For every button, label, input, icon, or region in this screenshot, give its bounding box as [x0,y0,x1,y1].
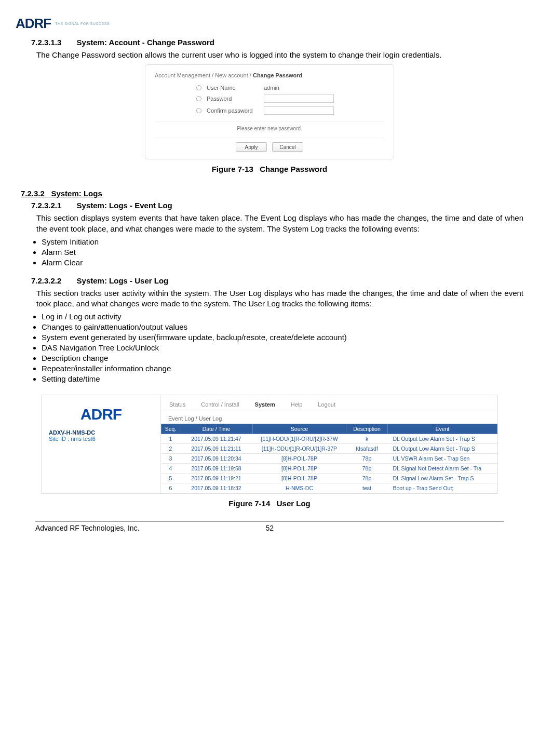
table-row: 12017.05.09 11:21:47[11]H-ODU/[1]R-ORU/[… [161,434,497,444]
logo-tagline: THE SIGNAL FOR SUCCESS [55,22,110,25]
table-row: 62017.05.09 11:18:32H-NMS-DCtestBoot up … [161,483,497,493]
heading-title: System: Logs - Event Log [77,201,172,210]
fig-7-13-caption: Figure 7-13 Change Password [16,165,523,173]
crumb-active: Change Password [253,72,302,78]
page-footer: Advanced RF Technologies, Inc. 52 [35,521,504,532]
user-log-bullets: Log in / Log out activity Changes to gai… [42,312,523,383]
cell-event: Boot up - Trap Send Out; [388,483,497,493]
footer-page: 52 [265,524,274,532]
caption-title: Change Password [260,165,327,173]
cell-source: [8]H-POIL-78P [253,464,346,474]
table-row: 32017.05.09 11:20:34[8]H-POIL-78P78pUL V… [161,454,497,464]
cell-description: test [346,483,388,493]
fig-main: Status Control / Install System Help Log… [161,395,497,493]
bullet-item: Setting date/time [42,374,523,383]
password-label: Password [207,96,259,102]
bullet-item: Description change [42,354,523,362]
radio-icon [196,85,201,90]
tab-logout[interactable]: Logout [318,401,335,408]
para-7-2-3-1-3: The Change Password section allows the c… [36,50,518,60]
heading-7-2-3-2: 7.2.3.2 System: Logs [21,189,523,198]
cell-source: [11]H-ODU/[1]R-ORU/[1]R-37P [253,444,346,454]
heading-title: System: Account - Change Password [77,38,214,47]
bullet-item: Repeater/installer information change [42,364,523,373]
username-value: admin [264,85,279,91]
sidebar-system: ADXV-H-NMS-DC [49,429,153,436]
cell-event: DL Signal Low Alarm Set - Trap S [388,474,497,483]
tab-help[interactable]: Help [291,401,303,408]
table-row: 52017.05.09 11:19:21[8]H-POIL-78P78pDL S… [161,474,497,483]
fig-7-13-panel: Account Management / New account / Chang… [145,64,394,159]
bullet-item: System event generated by user(firmware … [42,333,523,342]
fig-sidebar: ADRF ADXV-H-NMS-DC Site ID : nms test6 [42,395,161,493]
sidebar-site: Site ID : nms test6 [49,436,153,442]
caption-num: Figure 7-14 [228,499,270,508]
cell-datetime: 2017.05.09 11:19:21 [180,474,253,483]
table-row: 22017.05.09 11:21:11[11]H-ODU/[1]R-ORU/[… [161,444,497,454]
table-row: 42017.05.09 11:19:58[8]H-POIL-78P78pDL S… [161,464,497,474]
cell-description: 78p [346,464,388,474]
event-log-bullets: System Initiation Alarm Set Alarm Clear [42,237,523,267]
cell-seq: 5 [161,474,180,483]
cell-event: UL VSWR Alarm Set - Trap Sen [388,454,497,464]
cell-datetime: 2017.05.09 11:21:47 [180,434,253,444]
tab-control[interactable]: Control / Install [201,401,239,408]
crumb-prefix: Account Management / New account / [155,72,253,78]
cell-datetime: 2017.05.09 11:18:32 [180,483,253,493]
col-source: Source [253,424,346,434]
cell-seq: 3 [161,454,180,464]
bullet-item: Changes to gain/attenuation/output value… [42,322,523,331]
confirm-input[interactable] [264,106,334,115]
cell-event: DL Output Low Alarm Set - Trap S [388,444,497,454]
col-seq: Seq. [161,424,180,434]
bullet-item: Alarm Clear [42,258,523,267]
heading-title: System: Logs - User Log [77,276,169,285]
cell-seq: 1 [161,434,180,444]
para-7-2-3-2-1: This section displays system events that… [36,213,523,234]
sidebar-logo: ADRF [49,406,153,423]
cell-source: [8]H-POIL-78P [253,454,346,464]
fig-7-14-caption: Figure 7-14 User Log [16,499,523,508]
cell-description: 78p [346,454,388,464]
heading-7-2-3-2-2: 7.2.3.2.2 System: Logs - User Log [31,276,523,285]
username-label: User Name [207,85,259,91]
caption-num: Figure 7-13 [212,165,253,173]
col-description: Description [346,424,388,434]
cell-event: DL Output Low Alarm Set - Trap S [388,434,497,444]
cancel-button[interactable]: Cancel [272,142,303,152]
cell-description: fdsafasdf [346,444,388,454]
footer-company: Advanced RF Technologies, Inc. [35,524,140,532]
cell-datetime: 2017.05.09 11:20:34 [180,454,253,464]
cell-description: k [346,434,388,444]
password-input[interactable] [264,95,334,103]
tab-status[interactable]: Status [169,401,185,408]
fig-tabs: Status Control / Install System Help Log… [161,395,497,411]
page-header-logo: ADRF THE SIGNAL FOR SUCCESS [16,16,523,32]
cell-seq: 4 [161,464,180,474]
cell-seq: 6 [161,483,180,493]
user-log-table: Seq. Date / Time Source Description Even… [161,424,497,493]
cell-datetime: 2017.05.09 11:21:11 [180,444,253,454]
breadcrumb: Account Management / New account / Chang… [155,72,384,78]
cell-source: H-NMS-DC [253,483,346,493]
cell-description: 78p [346,474,388,483]
username-row: User Name admin [155,85,384,91]
cell-source: [11]H-ODU/[1]R-ORU/[2]R-37W [253,434,346,444]
fig-7-14-panel: ADRF ADXV-H-NMS-DC Site ID : nms test6 S… [41,395,498,494]
tab-system[interactable]: System [255,401,275,408]
cell-seq: 2 [161,444,180,454]
bullet-item: Alarm Set [42,248,523,256]
bullet-item: DAS Navigation Tree Lock/Unlock [42,343,523,352]
password-row: Password [155,95,384,103]
fig-subtab: Event Log / User Log [161,411,497,424]
para-7-2-3-2-2: This section tracks user activity within… [36,288,523,309]
bullet-item: Log in / Log out activity [42,312,523,321]
cell-source: [8]H-POIL-78P [253,474,346,483]
col-date-time: Date / Time [180,424,253,434]
heading-7-2-3-2-1: 7.2.3.2.1 System: Logs - Event Log [31,201,523,210]
caption-title: User Log [277,499,311,508]
cell-event: DL Signal Not Detect Alarm Set - Tra [388,464,497,474]
apply-button[interactable]: Apply [236,142,267,152]
bullet-item: System Initiation [42,237,523,246]
logo-text: ADRF [16,16,51,32]
